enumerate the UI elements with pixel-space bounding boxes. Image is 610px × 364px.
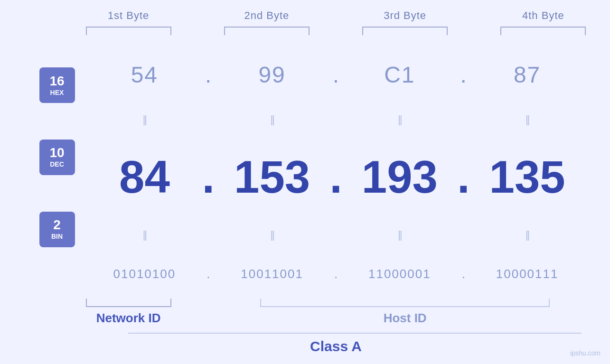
dec-val-4: 135 (489, 151, 565, 202)
dec-dot-2: . (329, 151, 342, 202)
dec-badge: 10 DEC (39, 140, 75, 175)
watermark: ipshu.com (570, 349, 601, 357)
data-rows-area: 54 . 99 . C1 . 87 || || || || 84 (90, 49, 582, 294)
equals-row-2: || || || || (90, 229, 582, 241)
badges-column: 16 HEX 10 DEC 2 BIN (28, 49, 90, 294)
hex-badge-label: HEX (50, 89, 64, 96)
network-id-label: Network ID (59, 311, 197, 326)
top-bracket-2 (224, 27, 310, 35)
main-content-area: 16 HEX 10 DEC 2 BIN 54 . 99 . C1 . 87 (28, 49, 582, 294)
bin-val-1: 01010100 (113, 267, 176, 281)
bin-badge-label: BIN (51, 233, 63, 240)
eq2-1: || (90, 229, 199, 241)
byte-header-4: 4th Byte (474, 9, 610, 22)
dec-val-3: 193 (362, 151, 438, 202)
dec-dot-3: . (457, 151, 470, 202)
bin-val-2: 10011001 (241, 267, 303, 281)
bottom-brackets-container (59, 299, 610, 307)
top-bracket-3 (362, 27, 448, 35)
class-a-label: Class A (90, 338, 582, 355)
hex-val-3: C1 (384, 62, 415, 87)
hex-badge-num: 16 (49, 75, 64, 88)
hex-val-2: 99 (258, 62, 285, 87)
eq1-4: || (473, 113, 582, 126)
dec-dot-1: . (202, 151, 215, 202)
byte-header-2: 2nd Byte (197, 9, 336, 22)
bin-dot-2: . (334, 267, 338, 281)
host-bracket (260, 299, 550, 307)
byte-headers-row: 1st Byte 2nd Byte 3rd Byte 4th Byte (59, 9, 610, 22)
top-bracket-1 (86, 27, 171, 35)
hex-dot-3: . (460, 62, 467, 87)
eq2-3: || (346, 229, 454, 241)
hex-dot-2: . (333, 62, 339, 87)
class-section: Class A (28, 333, 582, 355)
dec-badge-label: DEC (50, 160, 64, 168)
bin-dot-3: . (462, 267, 465, 281)
byte-header-3: 3rd Byte (336, 9, 474, 22)
top-brackets-row (59, 27, 610, 35)
dec-badge-num: 10 (49, 146, 64, 159)
top-bracket-4 (500, 27, 586, 35)
host-bracket-wrap (197, 299, 610, 307)
eq1-1: || (90, 113, 199, 126)
dec-val-2: 153 (234, 151, 310, 202)
bin-badge-num: 2 (53, 218, 61, 232)
dec-row: 84 . 153 . 193 . 135 (90, 151, 582, 203)
host-id-label: Host ID (197, 311, 610, 326)
network-bracket (86, 299, 171, 307)
hex-val-4: 87 (514, 62, 541, 87)
hex-row: 54 . 99 . C1 . 87 (90, 62, 582, 88)
class-bar-line (128, 333, 582, 334)
eq1-2: || (218, 113, 327, 126)
bin-dot-1: . (206, 267, 210, 281)
id-labels-row: Network ID Host ID (59, 311, 610, 326)
equals-row-1: || || || || (90, 113, 582, 126)
net-bracket-wrap (59, 299, 197, 307)
hex-dot-1: . (205, 62, 211, 87)
hex-badge: 16 HEX (39, 67, 75, 103)
eq1-3: || (346, 113, 454, 126)
hex-val-1: 54 (131, 62, 158, 87)
dec-val-1: 84 (119, 151, 170, 202)
bin-badge: 2 BIN (39, 212, 75, 247)
eq2-4: || (473, 229, 582, 241)
bin-val-4: 10000111 (496, 267, 559, 281)
byte-header-1: 1st Byte (59, 9, 197, 22)
eq2-2: || (218, 229, 327, 241)
main-container: 1st Byte 2nd Byte 3rd Byte 4th Byte 16 H… (0, 0, 610, 364)
bin-val-3: 11000001 (368, 267, 431, 281)
bin-row: 01010100 . 10011001 . 11000001 . 1000011… (90, 267, 582, 281)
